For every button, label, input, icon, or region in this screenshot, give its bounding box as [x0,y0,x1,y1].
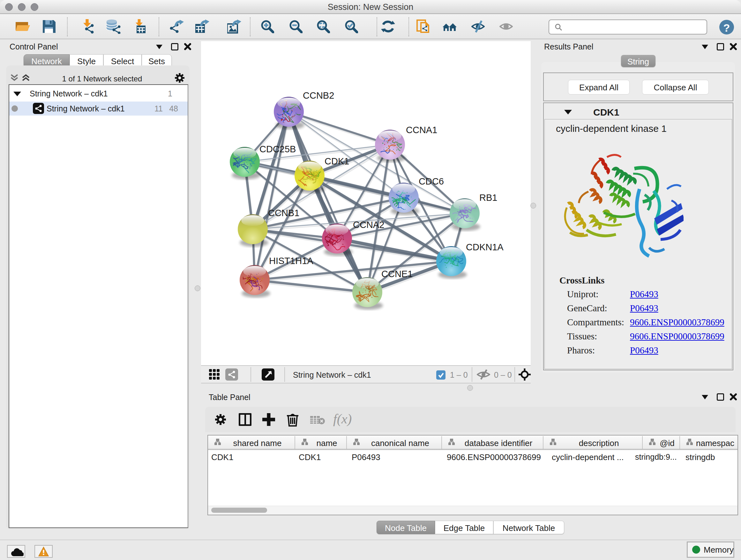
svg-text:CCNA2: CCNA2 [353,220,384,230]
svg-text:CDK1: CDK1 [325,156,349,166]
svg-text:CDC25B: CDC25B [259,144,296,154]
svg-text:CDC6: CDC6 [419,176,444,186]
svg-text:RB1: RB1 [479,192,497,203]
svg-text:CCNE1: CCNE1 [381,269,413,279]
svg-text:CCNB1: CCNB1 [268,208,299,218]
svg-text:CCNA1: CCNA1 [406,125,437,135]
svg-text:HIST1H1A: HIST1H1A [269,256,313,266]
svg-text:CCNB2: CCNB2 [303,90,334,101]
svg-text:CDKN1A: CDKN1A [466,242,503,252]
